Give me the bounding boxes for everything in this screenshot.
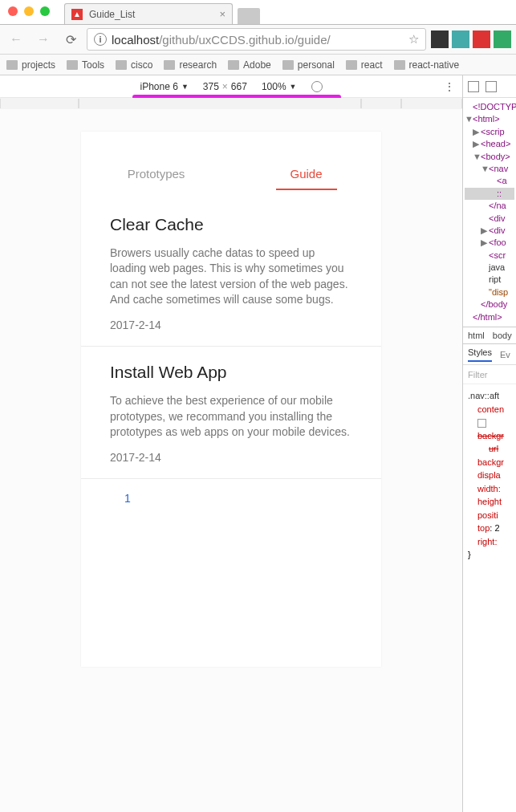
device-frame: Prototypes Guide Clear Cache Browers usu…	[81, 132, 381, 667]
url-text: localhost/github/uxCCDS.github.io/guide/	[112, 33, 331, 47]
extension-button[interactable]	[494, 30, 511, 48]
extension-button[interactable]	[473, 30, 490, 48]
device-mode-icon[interactable]	[486, 81, 497, 92]
extension-button[interactable]	[431, 30, 449, 48]
maximize-window-button[interactable]	[40, 6, 50, 16]
back-button[interactable]: ←	[5, 29, 27, 50]
article-body: To achieve the best experience of our mo…	[110, 393, 352, 440]
article-date: 2017-2-14	[110, 451, 352, 464]
address-bar[interactable]: i localhost/github/uxCCDS.github.io/guid…	[87, 28, 426, 51]
bookmark-folder[interactable]: personal	[282, 59, 335, 71]
bookmark-star-icon[interactable]: ☆	[408, 32, 419, 47]
tab-guide[interactable]: Guide	[231, 160, 381, 198]
favicon: ▲	[71, 9, 83, 20]
device-dimensions[interactable]: 375 × 667	[203, 81, 247, 92]
close-window-button[interactable]	[8, 6, 18, 16]
bookmark-folder[interactable]: Adobe	[228, 59, 271, 71]
devtools-toolbar	[463, 75, 516, 98]
forward-button[interactable]: →	[32, 29, 55, 50]
minimize-window-button[interactable]	[24, 6, 34, 16]
devtools-panel: <!DOCTYP▼<html>▶<scrip▶<head>▼<body>▼<na…	[462, 75, 516, 812]
browser-tab[interactable]: ▲ Guide_List ×	[64, 3, 233, 24]
device-select[interactable]: iPhone 6▼	[140, 81, 189, 92]
zoom-select[interactable]: 100%▼	[262, 81, 297, 92]
more-options-icon[interactable]: ⋮	[445, 81, 454, 92]
event-listeners-tab[interactable]: Ev	[500, 350, 510, 359]
bookmark-folder[interactable]: projects	[6, 59, 55, 71]
extensions-area	[431, 30, 511, 48]
styles-tab[interactable]: Styles	[468, 347, 492, 362]
styles-filter[interactable]: Filter	[463, 365, 516, 384]
bookmark-folder[interactable]: react	[346, 59, 383, 71]
rotate-icon[interactable]	[311, 81, 323, 92]
article-body: Browers usually cache datas to speed up …	[110, 246, 352, 307]
browser-tab-bar: ▲ Guide_List ×	[64, 2, 516, 24]
article-date: 2017-2-14	[110, 319, 352, 331]
article-card[interactable]: Install Web App To achieve the best expe…	[81, 347, 381, 479]
bookmark-folder[interactable]: research	[164, 59, 217, 71]
bookmarks-bar: projects Tools cisco research Adobe pers…	[0, 55, 516, 75]
new-tab-button[interactable]	[238, 8, 260, 24]
dom-tree[interactable]: <!DOCTYP▼<html>▶<scrip▶<head>▼<body>▼<na…	[463, 98, 516, 327]
inspect-element-icon[interactable]	[468, 81, 479, 92]
page-nav: Prototypes Guide	[81, 132, 381, 199]
device-canvas: Prototypes Guide Clear Cache Browers usu…	[0, 109, 462, 812]
tab-prototypes[interactable]: Prototypes	[81, 160, 231, 198]
article-title: Install Web App	[110, 363, 352, 382]
browser-toolbar: ← → ⟳ i localhost/github/uxCCDS.github.i…	[0, 24, 516, 55]
bookmark-folder[interactable]: cisco	[116, 59, 152, 71]
close-tab-icon[interactable]: ×	[219, 8, 225, 20]
responsive-ruler	[0, 98, 462, 109]
dom-breadcrumb[interactable]: html body	[463, 327, 516, 344]
extension-button[interactable]	[452, 30, 469, 48]
article-title: Clear Cache	[110, 215, 352, 234]
styles-tabs: Styles Ev	[463, 344, 516, 365]
css-rules[interactable]: .nav::aftcontenbackgrurlbackgrdisplawidt…	[463, 384, 516, 566]
site-info-icon[interactable]: i	[94, 33, 107, 46]
bookmark-folder[interactable]: Tools	[67, 59, 104, 71]
tab-title: Guide_List	[89, 9, 135, 20]
article-card[interactable]: Clear Cache Browers usually cache datas …	[81, 199, 381, 347]
pager[interactable]: 1	[81, 479, 381, 518]
reload-button[interactable]: ⟳	[59, 29, 82, 50]
window-controls	[8, 6, 50, 16]
bookmark-folder[interactable]: react-native	[394, 59, 460, 71]
